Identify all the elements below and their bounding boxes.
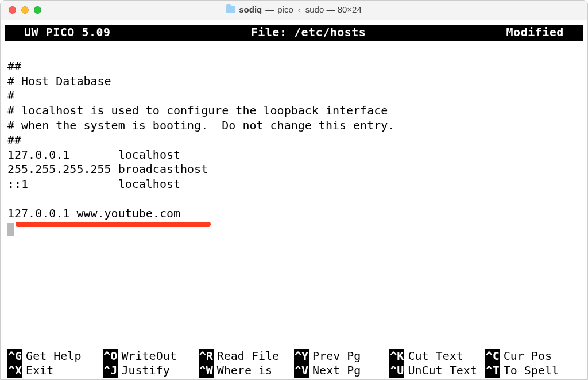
cursor — [7, 223, 14, 236]
title-segment-app: pico — [277, 5, 293, 14]
close-icon[interactable] — [9, 6, 16, 14]
shortcut-to-spell[interactable]: ^TTo Spell — [485, 363, 581, 378]
file-line: 127.0.0.1 www.youtube.com — [7, 206, 180, 220]
title-dash: — — [265, 5, 274, 14]
shortcut-row-1: ^GGet Help ^OWriteOut ^RRead File ^YPrev… — [7, 349, 581, 364]
shortcut-cur-pos[interactable]: ^CCur Pos — [485, 349, 581, 364]
file-line: # — [7, 89, 14, 102]
title-separator: ‹ — [298, 5, 301, 14]
file-line: ## — [7, 59, 21, 73]
file-line: # Host Database — [7, 74, 111, 88]
shortcut-row-2: ^XExit ^JJustify ^WWhere is ^VNext Pg ^U… — [7, 363, 581, 378]
file-line: ## — [7, 133, 21, 147]
shortcut-where-is[interactable]: ^WWhere is — [199, 363, 294, 378]
file-line: # when the system is booting. Do not cha… — [7, 118, 394, 132]
shortcut-prev-pg[interactable]: ^YPrev Pg — [294, 349, 389, 364]
editor-header: UW PICO 5.09 File: /etc/hosts Modified — [5, 25, 583, 41]
shortcut-justify[interactable]: ^JJustify — [103, 363, 198, 378]
title-segment-user: sodiq — [239, 5, 262, 14]
editor-status: Modified — [506, 25, 578, 40]
window-title: sodiq — pico ‹ sudo — 80×24 — [1, 5, 587, 16]
editor-content[interactable]: ## # Host Database # # localhost is used… — [5, 41, 583, 349]
minimize-icon[interactable] — [21, 6, 29, 14]
shortcut-cut-text[interactable]: ^KCut Text — [389, 349, 485, 364]
traffic-lights — [9, 6, 41, 14]
editor-file: File: /etc/hosts — [251, 25, 366, 40]
folder-icon — [226, 6, 235, 13]
file-line: 127.0.0.1 localhost — [7, 148, 180, 162]
title-segment-size: sudo — 80×24 — [305, 5, 362, 14]
shortcut-bar: ^GGet Help ^OWriteOut ^RRead File ^YPrev… — [5, 349, 583, 379]
shortcut-read-file[interactable]: ^RRead File — [199, 349, 294, 364]
zoom-icon[interactable] — [34, 6, 41, 14]
annotation-underline — [16, 222, 211, 227]
terminal[interactable]: UW PICO 5.09 File: /etc/hosts Modified #… — [5, 25, 583, 379]
shortcut-next-pg[interactable]: ^VNext Pg — [294, 363, 389, 378]
shortcut-get-help[interactable]: ^GGet Help — [7, 349, 103, 364]
file-line: # localhost is used to configure the loo… — [7, 103, 388, 117]
window-titlebar: sodiq — pico ‹ sudo — 80×24 — [1, 1, 587, 20]
shortcut-uncut-text[interactable]: ^UUnCut Text — [389, 363, 485, 378]
shortcut-exit[interactable]: ^XExit — [7, 363, 103, 378]
shortcut-writeout[interactable]: ^OWriteOut — [103, 349, 198, 364]
editor-name: UW PICO 5.09 — [10, 25, 111, 40]
file-line: ::1 localhost — [7, 177, 180, 191]
file-line: 255.255.255.255 broadcasthost — [7, 162, 208, 176]
